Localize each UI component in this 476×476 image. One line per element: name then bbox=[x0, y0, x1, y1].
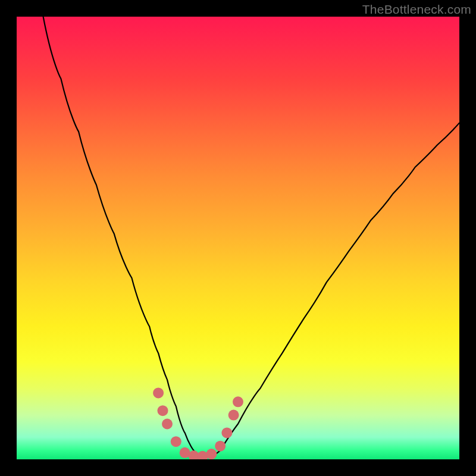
bottleneck-curve bbox=[43, 17, 459, 457]
marker-dot bbox=[228, 410, 239, 421]
marker-dot bbox=[215, 441, 226, 452]
low-region-markers bbox=[153, 387, 243, 459]
plot-area bbox=[17, 17, 459, 459]
marker-dot bbox=[153, 387, 164, 398]
marker-dot bbox=[171, 436, 181, 447]
marker-dot bbox=[221, 427, 232, 438]
curve-layer bbox=[17, 17, 459, 459]
chart-frame: TheBottleneck.com bbox=[0, 0, 476, 476]
marker-dot bbox=[206, 449, 217, 459]
watermark-text: TheBottleneck.com bbox=[362, 2, 471, 17]
marker-dot bbox=[233, 396, 243, 407]
marker-dot bbox=[158, 405, 168, 416]
marker-dot bbox=[162, 419, 173, 430]
